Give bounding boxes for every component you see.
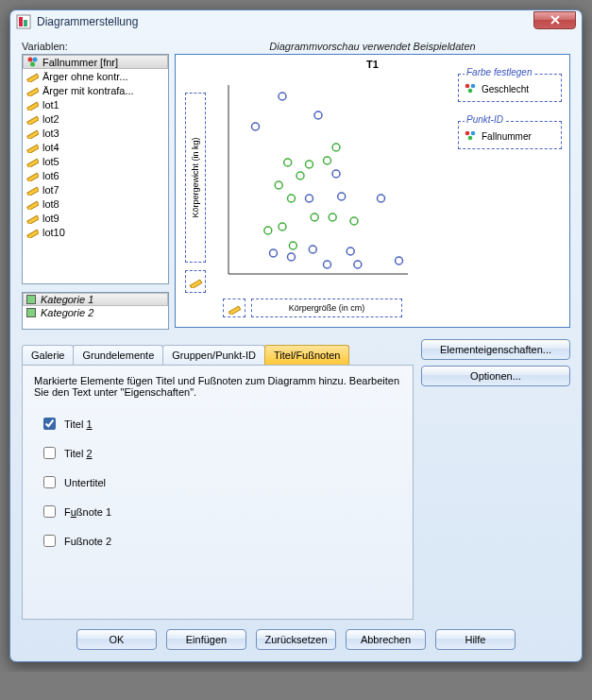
checkbox-label: Titel 2 [64,448,93,459]
category-item[interactable]: Kategorie 2 [23,306,168,319]
scale-icon [26,127,39,139]
svg-point-39 [288,195,296,202]
y-axis-icon-dropzone[interactable] [185,270,206,293]
svg-point-25 [309,246,316,253]
category-name: Kategorie 1 [41,294,93,305]
y-axis-label: Körpergewicht (in kg) [191,137,200,217]
tab[interactable]: Galerie [22,345,74,365]
id-legend-dropzone[interactable]: Punkt-ID Fallnummer [458,121,562,149]
variable-item[interactable]: lot5 [23,154,168,168]
svg-rect-12 [27,159,39,167]
checkbox-row[interactable]: Fußnote 1 [34,497,401,526]
category-list[interactable]: Kategorie 1Kategorie 2 [22,292,169,330]
checkbox-label: Fußnote 1 [64,506,111,518]
variable-item[interactable]: lot4 [23,140,168,154]
variable-name: lot10 [42,227,65,238]
close-button[interactable] [533,11,576,29]
tab[interactable]: Gruppen/Punkt-ID [162,345,265,365]
help-button[interactable]: Hilfe [435,629,516,650]
svg-point-50 [471,84,476,89]
checkbox[interactable] [43,447,56,459]
id-legend-item: Fallnummer [482,131,532,142]
checkbox-label: Untertitel [64,477,106,488]
options-button[interactable]: Optionen... [421,366,570,386]
svg-point-30 [338,193,346,200]
svg-point-33 [378,195,385,202]
svg-point-29 [332,170,340,178]
scale-icon [26,155,39,167]
checkbox-row[interactable]: Fußnote 2 [34,526,401,555]
variable-name: lot6 [42,170,59,181]
variable-item[interactable]: lot2 [23,111,168,126]
checkbox[interactable] [43,505,56,518]
scale-icon [26,226,39,238]
variable-name: lot5 [42,156,59,167]
reset-button[interactable]: Zurücksetzen [256,629,336,650]
dialog-window: Diagrammerstellung Variablen: Fallnummer… [9,9,583,662]
variable-item[interactable]: lot9 [23,211,168,225]
x-axis-dropzone[interactable]: Körpergröße (in cm) [251,299,402,317]
category-name: Kategorie 2 [41,307,93,318]
svg-rect-9 [27,116,39,125]
variable-item[interactable]: lot10 [23,225,168,239]
variables-list[interactable]: Fallnummer [fnr]Ärger ohne kontr...Ärger… [22,54,169,284]
variable-item[interactable]: lot8 [23,196,168,211]
svg-point-42 [306,161,313,168]
checkbox[interactable] [43,476,56,488]
svg-point-52 [465,131,470,136]
category-item[interactable]: Kategorie 1 [23,293,168,306]
svg-rect-14 [27,187,39,196]
checkbox-row[interactable]: Titel 1 [34,409,401,438]
variable-name: lot9 [42,213,59,224]
element-properties-button[interactable]: Elementeigenschaften... [421,339,570,360]
titles-footnotes-panel: Markierte Elemente fügen Titel und Fußno… [22,365,414,620]
scale-icon [26,169,39,181]
bottom-button-bar: OK Einfügen Zurücksetzen Abbrechen Hilfe [22,629,570,650]
id-legend-title: Punkt-ID [465,114,505,125]
variable-item[interactable]: Ärger mit kontrafa... [23,83,168,97]
svg-point-26 [306,195,313,202]
scale-icon [26,212,39,224]
titlebar: Diagrammerstellung [10,10,582,31]
svg-rect-17 [27,230,39,238]
ok-button[interactable]: OK [76,629,157,650]
checkbox-row[interactable]: Titel 2 [34,438,401,468]
paste-button[interactable]: Einfügen [166,629,246,650]
svg-point-31 [347,248,354,255]
variable-item[interactable]: lot1 [23,97,168,111]
variable-item[interactable]: Fallnummer [fnr] [23,55,168,69]
svg-point-22 [270,249,278,257]
variable-item[interactable]: lot6 [23,168,168,182]
category-color-swatch [26,308,36,317]
svg-point-4 [33,58,38,62]
svg-point-21 [252,123,260,130]
scale-icon [26,98,39,111]
plot-area [219,76,413,291]
variable-name: lot2 [42,113,59,125]
checkbox[interactable] [43,418,56,430]
y-axis-dropzone[interactable]: Körpergewicht (in kg) [185,93,206,263]
variable-item[interactable]: Ärger ohne kontr... [23,69,168,83]
variable-name: lot4 [42,142,59,153]
window-title: Diagrammerstellung [31,15,533,28]
cancel-button[interactable]: Abbrechen [346,629,426,650]
checkbox[interactable] [43,535,56,547]
checkbox-label: Titel 1 [64,418,93,430]
svg-rect-1 [19,17,23,26]
checkbox-row[interactable]: Untertitel [34,468,401,497]
svg-point-44 [324,157,331,164]
svg-point-45 [329,213,336,221]
tab[interactable]: Titel/Fußnoten [264,345,350,365]
variable-item[interactable]: lot7 [23,182,168,196]
variables-label: Variablen: [22,41,169,52]
chart-preview[interactable]: T1 Körpergewicht (in kg) [175,54,570,328]
variable-name: lot7 [42,184,59,196]
variable-name: lot1 [42,99,59,111]
nominal-icon [465,82,476,95]
color-legend-dropzone[interactable]: Farbe festlegen Geschlecht [458,74,562,102]
svg-rect-6 [27,74,39,82]
x-axis-icon-dropzone[interactable] [223,299,245,317]
svg-point-3 [28,58,33,62]
variable-item[interactable]: lot3 [23,126,168,140]
tab[interactable]: Grundelemente [73,345,163,365]
